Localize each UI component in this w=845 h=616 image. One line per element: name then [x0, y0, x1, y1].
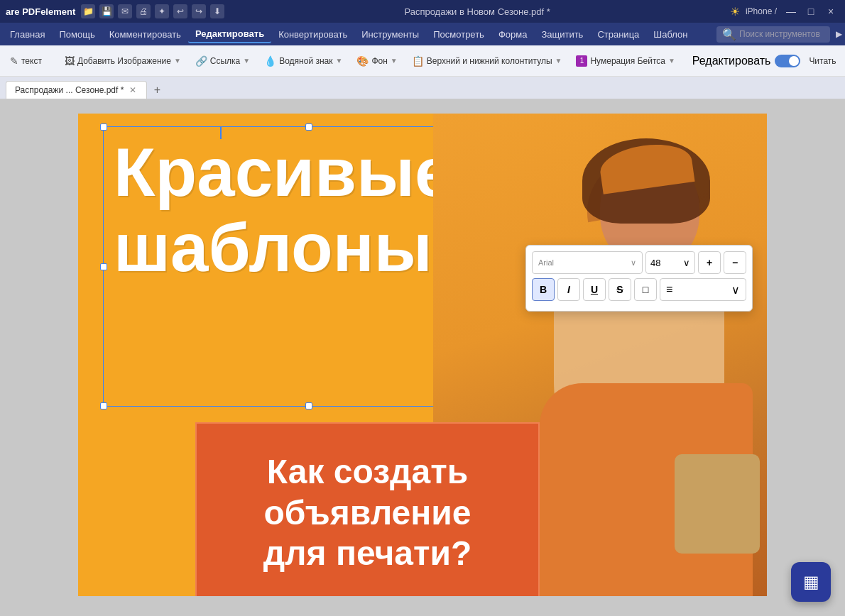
weather-icon: ☀	[730, 5, 740, 18]
font-chevron: ∨	[631, 258, 636, 268]
undo-icon[interactable]: ↩	[173, 4, 187, 18]
chevron-icon-6: ▼	[668, 57, 675, 65]
star-icon[interactable]: ✦	[155, 4, 169, 18]
search-input[interactable]	[739, 29, 824, 39]
chevron-icon-3: ▼	[336, 57, 343, 65]
chevron-icon-2: ▼	[243, 57, 250, 65]
bates-button[interactable]: 1 Нумерация Бейтса ▼	[570, 53, 680, 70]
italic-button[interactable]: I	[557, 278, 580, 301]
increase-size-button[interactable]: +	[698, 251, 721, 274]
maximize-button[interactable]: □	[802, 4, 819, 18]
font-size-value: 48	[650, 258, 660, 268]
font-size-select[interactable]: 48 ∨	[645, 251, 695, 274]
menu-template[interactable]: Шаблон	[646, 26, 694, 43]
envelope-icon[interactable]: ✉	[118, 4, 132, 18]
app-logo: are PDFelement	[6, 6, 75, 17]
background-label: Фон	[371, 56, 387, 66]
menu-bar: Главная Помощь Комментировать Редактиров…	[0, 23, 845, 45]
floppy-icon[interactable]: 💾	[99, 4, 114, 18]
menu-comment[interactable]: Комментировать	[102, 26, 188, 43]
announcement-text: Как создать объявление для печати?	[263, 451, 472, 574]
read-label: Читать	[809, 56, 836, 66]
bates-label: Нумерация Бейтса	[590, 56, 665, 66]
text-tool-label: текст	[21, 56, 42, 66]
announcement-line1: Как создать	[263, 451, 472, 493]
chevron-icon-1: ▼	[174, 57, 181, 65]
font-name: Arial	[538, 258, 554, 267]
pdf-page: Красивые шаблоны PDF	[78, 114, 767, 596]
window-title: Распродажи в Новом Сезоне.pdf *	[230, 6, 724, 17]
format-row-2: B I U S □ ≡ ∨	[532, 278, 746, 301]
handle-top-left[interactable]	[100, 123, 107, 131]
add-image-button[interactable]: 🖼 Добавить Изображение ▼	[59, 53, 187, 70]
close-button[interactable]: ×	[822, 4, 839, 18]
menu-search-box[interactable]: 🔍	[716, 26, 830, 43]
menu-convert[interactable]: Конвертировать	[271, 26, 354, 43]
new-tab-button[interactable]: +	[148, 82, 165, 99]
menu-edit[interactable]: Редактировать	[188, 26, 271, 43]
size-chevron: ∨	[683, 258, 690, 268]
bag-shape	[675, 454, 760, 554]
link-icon: 🔗	[195, 55, 207, 67]
nav-arrow[interactable]: ▶	[836, 29, 842, 39]
print-icon[interactable]: 🖨	[136, 4, 151, 18]
toggle-thumb	[789, 56, 799, 66]
handle-top-center[interactable]	[305, 123, 312, 131]
align-select[interactable]: ≡ ∨	[660, 278, 746, 301]
bates-icon: 1	[576, 55, 587, 67]
menu-protect[interactable]: Защитить	[534, 26, 590, 43]
link-label: Ссылка	[210, 56, 240, 66]
search-icon: 🔍	[722, 28, 736, 41]
align-chevron: ∨	[731, 283, 740, 297]
header-footer-icon: 📋	[412, 55, 424, 67]
down-icon[interactable]: ⬇	[210, 4, 224, 18]
header-footer-label: Верхний и нижний колонтитулы	[427, 56, 552, 66]
chevron-icon-5: ▼	[555, 57, 562, 65]
announcement-line2: объявление	[263, 493, 472, 534]
strikethrough-button[interactable]: S	[609, 278, 631, 301]
active-tab[interactable]: Распродажи ... Сезоне.pdf * ✕	[6, 81, 147, 99]
watermark-icon: 💧	[264, 55, 276, 67]
handle-bottom-left[interactable]	[100, 402, 107, 409]
announcement-box[interactable]: Как создать объявление для печати?	[195, 422, 540, 596]
underline-button[interactable]: U	[583, 278, 606, 301]
watermark-button[interactable]: 💧 Водяной знак ▼	[258, 53, 348, 70]
toolbar: ✎ текст 🖼 Добавить Изображение ▼ 🔗 Ссылк…	[0, 45, 845, 77]
menu-home[interactable]: Главная	[3, 26, 52, 43]
handle-bottom-center[interactable]	[305, 402, 312, 409]
redo-icon[interactable]: ↪	[192, 4, 206, 18]
add-image-label: Добавить Изображение	[77, 56, 171, 66]
bottom-action-button[interactable]: ▦	[791, 562, 831, 602]
chevron-icon-4: ▼	[391, 57, 398, 65]
minimize-button[interactable]: —	[783, 4, 800, 18]
edit-text-icon: ✎	[10, 55, 18, 67]
menu-help[interactable]: Помощь	[52, 26, 102, 43]
text-tool-button[interactable]: ✎ текст	[4, 53, 48, 70]
image-icon: 🖼	[65, 55, 75, 67]
bold-button[interactable]: B	[532, 278, 555, 301]
decrease-size-button[interactable]: −	[724, 251, 746, 274]
tab-bar: Распродажи ... Сезоне.pdf * ✕ +	[0, 77, 845, 99]
edit-toggle[interactable]: Редактировать	[692, 55, 801, 67]
background-icon: 🎨	[356, 55, 369, 67]
menu-view[interactable]: Посмотреть	[426, 26, 491, 43]
align-icon: ≡	[666, 283, 672, 296]
read-button[interactable]: Читать	[803, 53, 841, 69]
folder-icon[interactable]: 📁	[81, 4, 95, 18]
font-select[interactable]: Arial ∨	[532, 251, 643, 274]
header-footer-button[interactable]: 📋 Верхний и нижний колонтитулы ▼	[406, 53, 568, 70]
window-controls: — □ ×	[783, 4, 839, 18]
format-row-1: Arial ∨ 48 ∨ + −	[532, 251, 746, 274]
menu-page[interactable]: Страница	[590, 26, 646, 43]
link-button[interactable]: 🔗 Ссылка ▼	[190, 53, 256, 70]
menu-form[interactable]: Форма	[491, 26, 535, 43]
handle-middle-left[interactable]	[100, 263, 107, 270]
box-button[interactable]: □	[634, 278, 657, 301]
tab-title: Распродажи ... Сезоне.pdf *	[15, 85, 124, 95]
selection-top-indicator	[220, 126, 222, 139]
background-button[interactable]: 🎨 Фон ▼	[351, 53, 403, 70]
watermark-label: Водяной знак	[279, 56, 332, 66]
tab-close-button[interactable]: ✕	[128, 85, 138, 95]
toggle-track[interactable]	[775, 55, 800, 67]
menu-tools[interactable]: Инструменты	[354, 26, 426, 43]
